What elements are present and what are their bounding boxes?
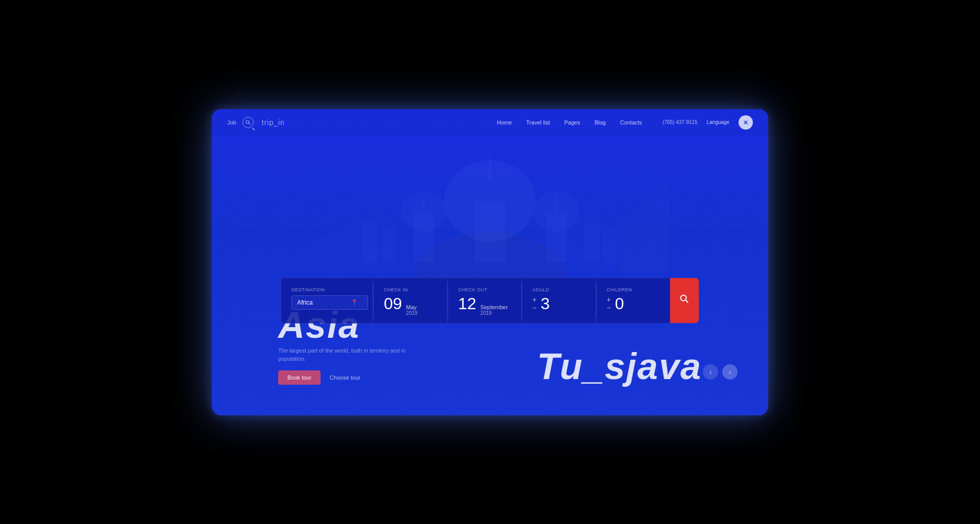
check-in-month: May [406,304,418,310]
hero-buttons: Book tour Choose tour [278,370,421,385]
hero-title-right: Tu_sjava [537,348,702,385]
adult-value: 3 [541,295,550,312]
adult-plus-button[interactable]: + [532,296,536,303]
nav-arrows: ‹ › [703,364,738,380]
check-out-meta: September 2019 [480,304,508,316]
nav-link-pages[interactable]: Pages [564,119,580,126]
children-field: Children + − 0 [597,278,671,323]
nav-job-label[interactable]: Job [227,119,236,126]
svg-rect-12 [602,227,615,262]
choose-tour-button[interactable]: Choose tour [330,375,360,381]
svg-point-15 [246,120,249,123]
nav-link-travel[interactable]: Travel list [526,119,550,126]
check-out-month: September [480,304,508,310]
check-in-meta: May 2019 [406,304,418,316]
nav-link-blog[interactable]: Blog [595,119,606,126]
destination-field: Destination Africa Asia Europe America 📍 [281,278,373,323]
svg-rect-11 [584,221,600,262]
children-value: 0 [615,295,624,312]
nav-logo-text: trip_in [262,118,285,127]
children-controls: + − [607,296,611,311]
svg-rect-1 [475,201,505,262]
nav-links: Home Travel list Pages Blog Contacts [497,119,642,126]
check-in-field[interactable]: Check In 09 May 2019 [374,278,448,323]
hero-text-right: Tu_sjava [537,348,702,385]
close-button[interactable]: × [739,115,753,130]
adult-controls: + − [532,296,536,311]
destination-label: Destination [291,287,362,292]
hero-subtitle: The largest part of the world, both in t… [278,346,421,363]
check-out-year: 2019 [480,310,508,316]
adult-counter: + − 3 [532,295,585,312]
svg-marker-14 [311,196,388,272]
svg-marker-13 [618,181,669,272]
adult-label: Aduld [532,287,585,292]
svg-rect-3 [413,211,434,262]
check-in-label: Check In [384,287,437,292]
nav-logo: trip_in [262,117,285,128]
check-out-field[interactable]: Check Out 12 September 2019 [448,278,522,323]
svg-line-18 [686,301,689,303]
nav-language[interactable]: Language [707,119,730,125]
check-out-label: Check Out [458,287,511,292]
search-action-button[interactable] [670,278,699,323]
nav-phone: (765) 437-9115 [663,119,697,125]
svg-point-17 [681,295,687,301]
check-in-year: 2019 [406,310,418,316]
adult-field: Aduld + − 3 [522,278,596,323]
search-icon [679,294,690,307]
children-plus-button[interactable]: + [607,296,611,303]
book-tour-button[interactable]: Book tour [278,370,321,385]
children-minus-button[interactable]: − [607,304,611,311]
navbar: Job trip_in Home Travel list Pages Blog … [212,109,768,136]
check-out-day: 12 [458,295,477,312]
check-in-date-display: 09 May 2019 [384,295,437,316]
prev-arrow-button[interactable]: ‹ [703,364,718,380]
destination-select[interactable]: Africa Asia Europe America [291,295,368,310]
nav-link-home[interactable]: Home [497,119,511,126]
children-counter: + − 0 [607,295,660,312]
next-arrow-button[interactable]: › [722,364,738,380]
search-bar: Destination Africa Asia Europe America 📍… [281,278,699,323]
svg-rect-5 [546,211,567,262]
svg-line-16 [249,123,250,124]
adult-minus-button[interactable]: − [532,304,536,311]
cityscape-silhouette [311,119,669,272]
nav-search-icon[interactable] [242,117,254,128]
browser-frame: Job trip_in Home Travel list Pages Blog … [212,109,768,415]
children-label: Children [607,287,660,292]
check-in-day: 09 [384,295,402,312]
search-bar-container: Destination Africa Asia Europe America 📍… [281,278,699,323]
destination-wrapper: Africa Asia Europe America 📍 [291,295,362,310]
nav-link-contacts[interactable]: Contacts [620,119,642,126]
check-out-date-display: 12 September 2019 [458,295,511,316]
